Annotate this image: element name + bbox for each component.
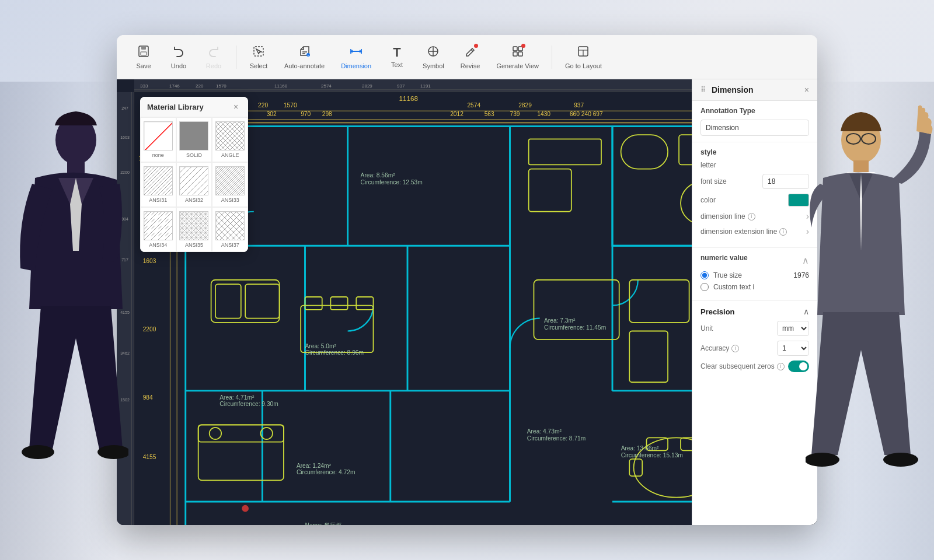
material-swatch-angle [215, 121, 245, 150]
generate-view-label: Generate View [496, 62, 539, 69]
material-label-none: none [152, 152, 164, 158]
font-size-row: font size [700, 174, 809, 189]
dimension-panel-close-button[interactable]: × [804, 85, 809, 94]
revise-button[interactable]: Revise [455, 41, 486, 73]
material-label-ansi37: ANSI37 [221, 242, 239, 248]
svg-rect-162 [144, 167, 173, 195]
accuracy-info-icon[interactable]: i [731, 345, 739, 352]
save-button[interactable]: Save [128, 41, 159, 73]
svg-text:Area: 8.56m²: Area: 8.56m² [361, 172, 396, 178]
undo-button[interactable]: Undo [163, 41, 194, 73]
redo-button[interactable]: Redo [198, 41, 229, 73]
material-panel-header: Material Library × [140, 97, 248, 117]
material-item-ansi33[interactable]: ANSI33 [212, 162, 248, 207]
material-swatch-ansi35 [179, 211, 208, 240]
toolbar-sep-1 [236, 46, 236, 69]
generate-view-button[interactable]: Generate View [490, 41, 545, 73]
material-label-angle: ANGLE [221, 152, 239, 158]
accuracy-select[interactable]: 0 1 2 3 [777, 341, 809, 356]
auto-annotate-button[interactable]: + Auto-annotate [278, 41, 330, 73]
toolbar: Save Undo Redo [117, 35, 817, 79]
text-button[interactable]: T Text [382, 43, 412, 72]
precision-section: Precision ∧ Unit mm cm m in ft Accura [692, 301, 817, 383]
precision-header: Precision ∧ [700, 307, 809, 316]
material-label-solid: SOLID [186, 152, 202, 158]
unit-select[interactable]: mm cm m in ft [777, 321, 809, 336]
custom-text-label: Custom text i [713, 283, 754, 291]
select-button[interactable]: Select [243, 41, 274, 73]
svg-rect-165 [180, 167, 208, 195]
material-grid: none SOLID [140, 117, 248, 252]
redo-label: Redo [206, 62, 221, 69]
material-label-ansi31: ANSI31 [149, 197, 167, 203]
svg-text:333: 333 [140, 83, 148, 89]
material-panel-close-button[interactable]: × [231, 102, 241, 112]
unit-row: Unit mm cm m in ft [700, 321, 809, 336]
svg-rect-15 [513, 47, 517, 51]
dimension-ext-line-info-icon[interactable]: i [779, 228, 787, 236]
generate-view-icon [511, 45, 524, 60]
svg-text:11168: 11168 [399, 94, 418, 102]
numeric-collapse-icon: ∧ [802, 255, 809, 266]
text-icon: T [393, 46, 400, 59]
material-item-ansi31[interactable]: ANSI31 [140, 162, 176, 207]
material-swatch-ansi31 [144, 166, 173, 195]
svg-rect-172 [144, 212, 173, 240]
annotation-type-input[interactable] [700, 120, 809, 136]
svg-text:1191: 1191 [420, 83, 431, 89]
svg-text:Circumference: 8.71m: Circumference: 8.71m [527, 435, 586, 442]
svg-text:Area: 4.73m²: Area: 4.73m² [527, 428, 562, 435]
svg-text:660 240 697: 660 240 697 [570, 111, 603, 117]
material-item-ansi37[interactable]: ANSI37 [212, 207, 248, 252]
svg-text:1430: 1430 [537, 111, 550, 117]
color-swatch[interactable] [788, 194, 809, 206]
custom-text-row: Custom text i [700, 283, 809, 291]
custom-text-info-icon[interactable]: i [752, 283, 754, 291]
go-to-layout-button[interactable]: Go to Layout [559, 41, 608, 73]
save-label: Save [136, 62, 151, 69]
dimension-line-label: dimension line i [700, 212, 755, 220]
dimension-ext-line-label: dimension extension line i [700, 228, 787, 236]
font-size-input[interactable] [762, 174, 809, 189]
svg-point-144 [242, 505, 249, 512]
material-swatch-ansi33 [215, 166, 245, 195]
symbol-button[interactable]: Symbol [417, 41, 450, 73]
svg-text:Circumference: 4.72m: Circumference: 4.72m [297, 469, 356, 475]
svg-text:Area: 1.24m²: Area: 1.24m² [297, 463, 332, 469]
svg-text:302: 302 [267, 111, 277, 117]
accuracy-label: Accuracy i [700, 344, 739, 352]
text-label: Text [391, 61, 403, 68]
dimension-icon [350, 45, 363, 60]
true-size-row: True size 1976 [700, 271, 809, 279]
dimension-ext-expand-icon: › [806, 226, 809, 237]
material-item-none[interactable]: none [140, 117, 176, 162]
svg-text:220: 220 [196, 83, 204, 89]
svg-text:937: 937 [574, 102, 584, 108]
custom-text-radio[interactable] [700, 283, 709, 291]
material-item-ansi35[interactable]: ANSI35 [176, 207, 212, 252]
material-swatch-none [144, 121, 173, 150]
dimension-line-info-icon[interactable]: i [748, 213, 755, 220]
svg-text:563: 563 [485, 111, 494, 117]
annotation-type-label: Annotation Type [700, 107, 809, 115]
person-right-silhouette [817, 82, 934, 560]
dimension-line-row: dimension line i › [700, 211, 809, 222]
svg-text:Area: 13.66m²: Area: 13.66m² [621, 445, 659, 452]
true-size-value: 1976 [793, 271, 809, 279]
undo-label: Undo [171, 62, 186, 69]
material-item-ansi32[interactable]: ANSI32 [176, 162, 212, 207]
material-item-angle[interactable]: ANGLE [212, 117, 248, 162]
numeric-value-section: numeric value ∧ True size 1976 Custom te… [692, 248, 817, 301]
true-size-radio[interactable] [700, 271, 709, 279]
clear-zeros-info-icon[interactable]: i [777, 363, 785, 370]
dimension-panel: ⠿ Dimension × Annotation Type style lett… [692, 79, 817, 525]
clear-zeros-toggle[interactable] [788, 360, 809, 372]
redo-icon [207, 45, 220, 60]
svg-text:Area: 5.0m²: Area: 5.0m² [305, 343, 337, 349]
dimension-button[interactable]: Dimension [335, 41, 377, 73]
material-item-ansi34[interactable]: ANSI34 [140, 207, 176, 252]
precision-collapse-button[interactable]: ∧ [803, 307, 809, 316]
svg-text:1570: 1570 [216, 83, 226, 89]
material-item-solid[interactable]: SOLID [176, 117, 212, 162]
svg-text:717: 717 [121, 258, 128, 262]
